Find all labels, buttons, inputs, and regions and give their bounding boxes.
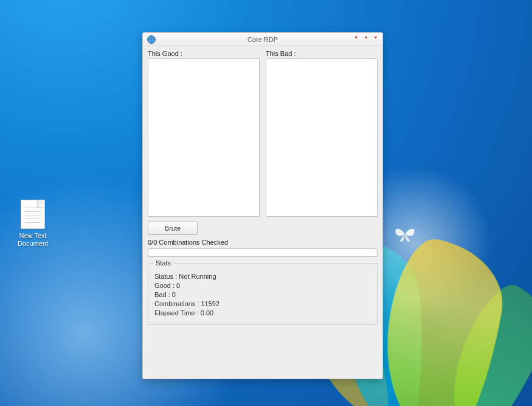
bad-listbox[interactable] xyxy=(266,58,378,217)
good-listbox[interactable] xyxy=(148,58,260,217)
window-close-button[interactable]: ˅ xyxy=(374,36,378,43)
app-window-core-rdp: Core RDP ˅ ˄ ˅ This Good : This Bad : Br… xyxy=(142,32,383,379)
text-document-icon xyxy=(21,200,45,229)
stats-good-label: Good : xyxy=(154,282,176,289)
window-client-area: This Good : This Bad : Brute 0/0 Combina… xyxy=(143,46,382,330)
desktop: New Text Document Core RDP ˅ ˄ ˅ This Go… xyxy=(0,0,532,406)
stats-combinations-label: Combinations : xyxy=(154,300,201,307)
progress-bar xyxy=(148,248,378,257)
titlebar[interactable]: Core RDP ˅ ˄ ˅ xyxy=(143,33,382,46)
stats-elapsed-label: Elapsed Time : xyxy=(154,309,201,317)
bad-list-label: This Bad : xyxy=(266,50,378,57)
stats-bad-value: 0 xyxy=(172,291,176,298)
stats-status-label: Status : xyxy=(154,273,179,280)
stats-legend: Stats xyxy=(153,259,173,267)
window-maximize-button[interactable]: ˄ xyxy=(364,36,368,43)
stats-group: Stats Status : Not Running Good : 0 Bad … xyxy=(148,263,378,325)
stats-status-row: Status : Not Running xyxy=(154,273,371,280)
stats-bad-row: Bad : 0 xyxy=(154,291,371,298)
stats-elapsed-row: Elapsed Time : 0.00 xyxy=(154,309,371,317)
window-minimize-button[interactable]: ˅ xyxy=(354,36,358,43)
good-list-label: This Good : xyxy=(148,50,260,57)
wallpaper-butterfly xyxy=(393,225,416,243)
window-title: Core RDP xyxy=(143,36,382,43)
combinations-checked-text: 0/0 Combinations Checked xyxy=(148,239,378,246)
brute-button[interactable]: Brute xyxy=(148,222,198,235)
stats-good-value: 0 xyxy=(176,282,180,289)
stats-combinations-value: 11592 xyxy=(201,300,219,307)
desktop-icon-label: New Text Document xyxy=(9,232,57,248)
desktop-icon-new-text-document[interactable]: New Text Document xyxy=(9,200,57,248)
stats-bad-label: Bad : xyxy=(154,291,172,298)
stats-combinations-row: Combinations : 11592 xyxy=(154,300,371,307)
stats-elapsed-value: 0.00 xyxy=(201,309,213,317)
globe-icon xyxy=(147,35,156,44)
stats-good-row: Good : 0 xyxy=(154,282,371,289)
stats-status-value: Not Running xyxy=(179,273,216,280)
